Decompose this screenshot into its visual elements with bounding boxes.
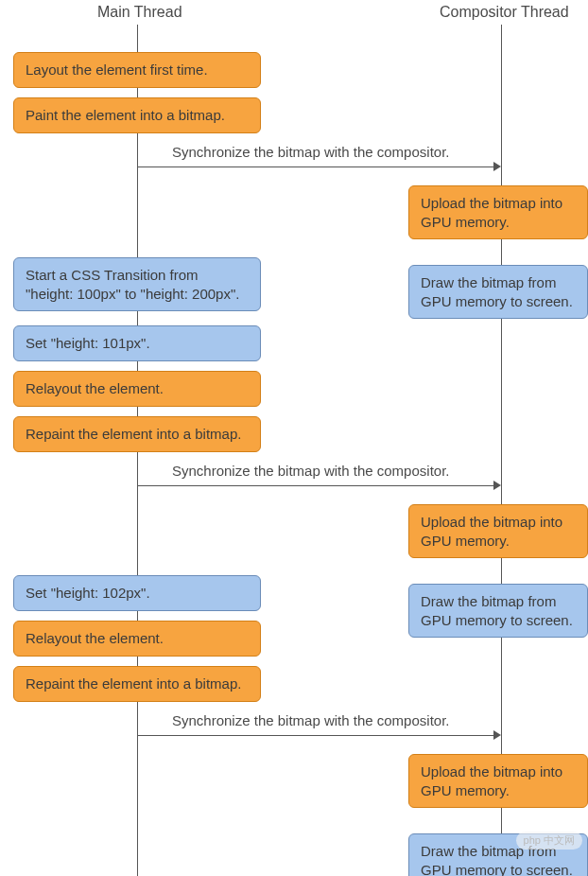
relayout-box-2: Relayout the element. xyxy=(13,621,261,657)
compositor-thread-heading: Compositor Thread xyxy=(440,4,569,21)
upload-gpu-box-1: Upload the bitmap into GPU memory. xyxy=(408,185,588,239)
paint-bitmap-box: Paint the element into a bitmap. xyxy=(13,97,261,133)
set-102-box: Set "height: 102px". xyxy=(13,575,261,611)
repaint-box-2: Repaint the element into a bitmap. xyxy=(13,666,261,702)
compositor-thread-lifeline xyxy=(501,25,502,876)
start-transition-box: Start a CSS Transition from "height: 100… xyxy=(13,257,261,311)
layout-first-time-box: Layout the element first time. xyxy=(13,52,261,88)
draw-screen-box-1: Draw the bitmap from GPU memory to scree… xyxy=(408,265,588,319)
sync-arrow-2 xyxy=(138,485,495,486)
sync-arrowhead-1 xyxy=(493,162,501,171)
sync-arrow-3 xyxy=(138,735,495,736)
sync-arrowhead-3 xyxy=(493,730,501,740)
sequence-diagram: Main Thread Compositor Thread Layout the… xyxy=(0,0,588,876)
main-thread-heading: Main Thread xyxy=(97,4,182,21)
sync-arrow-1 xyxy=(138,166,495,167)
repaint-box-1: Repaint the element into a bitmap. xyxy=(13,416,261,452)
watermark: php 中文网 xyxy=(516,832,582,850)
sync-label-2: Synchronize the bitmap with the composit… xyxy=(172,463,449,479)
sync-arrowhead-2 xyxy=(493,481,501,490)
sync-label-1: Synchronize the bitmap with the composit… xyxy=(172,144,449,160)
set-101-box: Set "height: 101px". xyxy=(13,325,261,361)
relayout-box-1: Relayout the element. xyxy=(13,371,261,407)
upload-gpu-box-3: Upload the bitmap into GPU memory. xyxy=(408,754,588,808)
sync-label-3: Synchronize the bitmap with the composit… xyxy=(172,712,449,728)
upload-gpu-box-2: Upload the bitmap into GPU memory. xyxy=(408,504,588,558)
draw-screen-box-2: Draw the bitmap from GPU memory to scree… xyxy=(408,584,588,638)
